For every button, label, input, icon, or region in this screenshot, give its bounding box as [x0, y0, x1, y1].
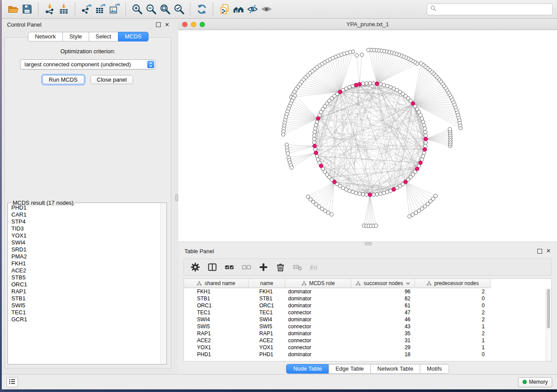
mcds-result-item[interactable]: YOX1: [8, 232, 160, 239]
save-icon[interactable]: [20, 2, 34, 16]
mcds-result-item[interactable]: STP4: [8, 218, 160, 225]
tab-motifs[interactable]: Motifs: [420, 364, 449, 374]
table-row[interactable]: STB1STB1dominator620: [184, 295, 491, 302]
table-cell[interactable]: connector: [285, 337, 351, 344]
close-panel-icon[interactable]: ✕: [546, 249, 551, 253]
zoom-fit-icon[interactable]: [158, 2, 172, 16]
table-cell[interactable]: FKH1: [249, 288, 285, 296]
table-cell[interactable]: dominator: [285, 330, 351, 337]
mcds-result-item[interactable]: CAR1: [8, 211, 160, 218]
float-panel-icon[interactable]: [156, 22, 161, 27]
table-cell[interactable]: STB1: [184, 295, 249, 302]
table-cell[interactable]: 47: [351, 309, 415, 316]
table-cell[interactable]: 2: [415, 330, 491, 337]
table-row[interactable]: RAP1RAP1dominator352: [184, 330, 491, 337]
table-cell[interactable]: 1: [415, 337, 491, 344]
mcds-result-item[interactable]: GCR1: [8, 316, 160, 323]
table-cell[interactable]: SWI4: [249, 316, 285, 323]
table-cell[interactable]: dominator: [285, 351, 351, 358]
column-header-name[interactable]: name: [249, 279, 285, 288]
task-history-button[interactable]: [7, 377, 18, 387]
table-cell[interactable]: 96: [351, 288, 415, 296]
add-icon[interactable]: [258, 262, 269, 272]
column-header-predecessor-nodes[interactable]: predecessor nodes: [415, 279, 491, 288]
table-cell[interactable]: connector: [285, 323, 351, 330]
table-cell[interactable]: 61: [351, 302, 415, 309]
zoom-selected-icon[interactable]: [172, 2, 186, 16]
trash-icon[interactable]: [275, 262, 286, 272]
optimization-criterion-select[interactable]: largest connected component (undirected): [20, 59, 156, 69]
export-network-icon[interactable]: [80, 2, 93, 16]
table-cell[interactable]: 29: [351, 344, 415, 351]
table-row[interactable]: ACE2ACE2connector311: [184, 337, 491, 344]
zoom-out-icon[interactable]: [144, 2, 158, 16]
column-header-mcds-role[interactable]: MCDS role: [285, 279, 351, 288]
maximize-traffic-light-icon[interactable]: [200, 22, 205, 27]
table-cell[interactable]: connector: [285, 344, 351, 351]
table-cell[interactable]: ACE2: [249, 337, 285, 344]
table-cell[interactable]: 43: [351, 323, 415, 330]
table-row[interactable]: SWI4SWI4dominator462: [184, 316, 491, 323]
clone-document-icon[interactable]: [218, 2, 232, 16]
vertical-splitter[interactable]: [175, 19, 178, 374]
zoom-in-icon[interactable]: [130, 2, 144, 16]
mcds-result-item[interactable]: FKH1: [8, 260, 160, 267]
run-mcds-button[interactable]: Run MCDS: [42, 75, 84, 84]
table-cell[interactable]: FKH1: [184, 288, 249, 296]
table-cell[interactable]: 18: [351, 351, 415, 358]
table-cell[interactable]: ORC1: [184, 302, 249, 309]
mcds-result-scrollbar[interactable]: [160, 203, 166, 364]
mcds-result-item[interactable]: SWI4: [8, 239, 160, 246]
close-traffic-light-icon[interactable]: [182, 22, 187, 27]
tab-select[interactable]: Select: [89, 32, 118, 41]
table-row[interactable]: YOX1YOX1connector291: [184, 344, 491, 351]
table-cell[interactable]: SWI5: [249, 323, 285, 330]
refresh-icon[interactable]: [195, 2, 209, 16]
column-header-successor-nodes[interactable]: successor nodes: [351, 279, 415, 288]
table-cell[interactable]: 0: [415, 302, 491, 309]
network-graph[interactable]: [178, 30, 557, 241]
table-cell[interactable]: dominator: [285, 288, 351, 296]
table-cell[interactable]: 35: [351, 330, 415, 337]
horizontal-splitter[interactable]: [178, 241, 557, 245]
table-cell[interactable]: 46: [351, 316, 415, 323]
import-table-icon[interactable]: [57, 2, 71, 16]
mcds-result-item[interactable]: ACE2: [8, 267, 160, 274]
table-scrollbar-thumb[interactable]: [547, 289, 550, 328]
table-cell[interactable]: 1: [415, 344, 491, 351]
table-cell[interactable]: YOX1: [249, 344, 285, 351]
mcds-result-item[interactable]: STB1: [8, 295, 160, 302]
table-row[interactable]: PHD1PHD1dominator180: [184, 351, 491, 358]
column-header-shared-name[interactable]: shared name: [184, 279, 249, 288]
tab-style[interactable]: Style: [62, 32, 89, 41]
tab-network[interactable]: Network: [28, 32, 63, 41]
table-cell[interactable]: dominator: [285, 302, 351, 309]
network-view[interactable]: [178, 30, 557, 241]
mcds-result-item[interactable]: STB5: [8, 274, 160, 281]
select-all-icon[interactable]: [224, 262, 235, 272]
folder-icon[interactable]: [6, 2, 20, 16]
table-cell[interactable]: TEC1: [249, 309, 285, 316]
table-cell[interactable]: 2: [415, 316, 491, 323]
split-column-icon[interactable]: [207, 262, 218, 272]
table-cell[interactable]: TEC1: [184, 309, 249, 316]
mcds-result-item[interactable]: TID3: [8, 225, 160, 232]
float-panel-icon[interactable]: [537, 249, 542, 254]
table-cell[interactable]: ORC1: [249, 302, 285, 309]
splitter-grip[interactable]: [175, 194, 178, 201]
table-cell[interactable]: 2: [415, 288, 491, 296]
table-cell[interactable]: PHD1: [249, 351, 285, 358]
tab-node-table[interactable]: Node Table: [286, 364, 329, 374]
tab-edge-table[interactable]: Edge Table: [329, 364, 371, 374]
table-cell[interactable]: 62: [351, 295, 415, 302]
tab-network-table[interactable]: Network Table: [370, 364, 420, 374]
close-panel-icon[interactable]: ✕: [165, 23, 170, 27]
table-cell[interactable]: STB1: [249, 295, 285, 302]
table-cell[interactable]: 2: [415, 309, 491, 316]
table-cell[interactable]: SWI4: [184, 316, 249, 323]
table-cell[interactable]: dominator: [285, 295, 351, 302]
deselect-all-icon[interactable]: [241, 262, 252, 272]
eye-icon[interactable]: [259, 2, 273, 16]
export-image-icon[interactable]: [107, 2, 121, 16]
table-cell[interactable]: RAP1: [249, 330, 285, 337]
